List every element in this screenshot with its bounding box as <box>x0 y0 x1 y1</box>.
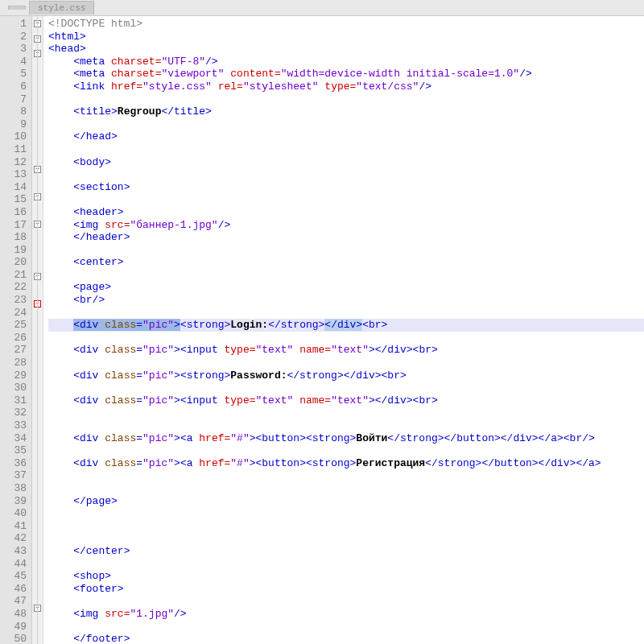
code-line[interactable] <box>48 520 644 533</box>
code-area[interactable]: <!DOCTYPE html><html><head> <meta charse… <box>43 16 644 644</box>
line-number[interactable]: 45 <box>0 570 31 583</box>
line-number[interactable]: 2 <box>0 31 31 43</box>
code-line[interactable]: <center> <box>48 256 644 269</box>
line-number[interactable]: 17 <box>0 219 31 232</box>
line-number[interactable]: 29 <box>0 369 31 382</box>
line-number[interactable]: 21 <box>0 269 31 282</box>
code-line[interactable]: <meta charset="viewport" content="width=… <box>48 68 644 80</box>
code-line[interactable]: <!DOCTYPE html> <box>48 18 644 31</box>
line-number[interactable]: 31 <box>0 394 31 407</box>
code-line[interactable] <box>48 444 644 457</box>
code-line[interactable] <box>48 269 644 282</box>
code-line[interactable] <box>48 357 644 369</box>
code-line[interactable] <box>48 193 644 206</box>
line-number[interactable]: 6 <box>0 80 31 93</box>
code-line[interactable]: <div class="pic"><input type="text" name… <box>48 394 644 407</box>
line-number[interactable]: 3 <box>0 43 31 56</box>
line-number[interactable]: 20 <box>0 256 31 269</box>
code-line[interactable] <box>48 621 644 634</box>
code-line[interactable] <box>48 382 644 394</box>
line-number[interactable]: 26 <box>0 332 31 345</box>
code-line[interactable]: <body> <box>48 156 644 169</box>
code-line[interactable] <box>48 469 644 482</box>
code-line[interactable] <box>48 419 644 432</box>
line-number[interactable]: 32 <box>0 407 31 419</box>
line-number[interactable]: 16 <box>0 206 31 219</box>
line-number[interactable]: 37 <box>0 469 31 482</box>
line-number[interactable]: 5 <box>0 68 31 80</box>
code-line[interactable] <box>48 168 644 181</box>
code-line[interactable]: <link href="style.css" rel="stylesheet" … <box>48 80 644 93</box>
code-line[interactable]: <div class="pic"><a href="#"><button><st… <box>48 432 644 445</box>
code-line[interactable]: <html> <box>48 31 644 43</box>
line-number[interactable]: 22 <box>0 281 31 294</box>
line-number[interactable]: 28 <box>0 357 31 369</box>
code-line[interactable]: <div class="pic"><a href="#"><button><st… <box>48 457 644 470</box>
line-number[interactable]: 23 <box>0 294 31 307</box>
code-line[interactable] <box>48 118 644 131</box>
tab-1[interactable] <box>8 6 26 10</box>
line-number[interactable]: 18 <box>0 231 31 244</box>
line-number[interactable]: 41 <box>0 520 31 533</box>
line-number[interactable]: 13 <box>0 168 31 181</box>
line-number[interactable]: 46 <box>0 583 31 596</box>
line-number[interactable]: 40 <box>0 507 31 520</box>
line-number[interactable]: 24 <box>0 307 31 320</box>
code-line[interactable]: <shop> <box>48 570 644 583</box>
code-line[interactable] <box>48 332 644 345</box>
code-line[interactable] <box>48 407 644 419</box>
code-line[interactable]: <img src="1.jpg"/> <box>48 608 644 621</box>
code-line[interactable]: <header> <box>48 206 644 219</box>
line-number[interactable]: 14 <box>0 181 31 194</box>
line-number[interactable]: 30 <box>0 382 31 394</box>
code-line[interactable]: </header> <box>48 231 644 244</box>
code-line[interactable] <box>48 558 644 571</box>
line-number[interactable]: 43 <box>0 545 31 558</box>
code-line[interactable]: </head> <box>48 130 644 143</box>
code-line[interactable] <box>48 595 644 608</box>
line-number[interactable]: 9 <box>0 118 31 131</box>
code-line[interactable]: <head> <box>48 43 644 56</box>
code-line[interactable] <box>48 532 644 545</box>
code-line[interactable]: <page> <box>48 281 644 294</box>
line-number[interactable]: 36 <box>0 457 31 470</box>
code-line[interactable]: <div class="pic"><strong>Password:</stro… <box>48 369 644 382</box>
code-line[interactable]: <div class="pic"><input type="text" name… <box>48 344 644 357</box>
line-number[interactable]: 34 <box>0 432 31 445</box>
code-line[interactable]: <meta charset="UTF-8"/> <box>48 56 644 68</box>
line-number[interactable]: 48 <box>0 608 31 621</box>
line-number[interactable]: 35 <box>0 444 31 457</box>
code-line[interactable]: <title>Regroup</title> <box>48 105 644 118</box>
line-number[interactable]: 42 <box>0 532 31 545</box>
line-number-gutter[interactable]: 1234567891011121314151617181920212223242… <box>0 16 32 644</box>
fold-gutter[interactable] <box>32 16 43 644</box>
line-number[interactable]: 27 <box>0 344 31 357</box>
code-line[interactable] <box>48 244 644 257</box>
code-line[interactable]: <div class="pic"><strong>Login:</strong>… <box>48 319 644 332</box>
line-number[interactable]: 50 <box>0 633 31 644</box>
line-number[interactable]: 39 <box>0 495 31 508</box>
line-number[interactable]: 19 <box>0 244 31 257</box>
code-line[interactable]: </footer> <box>48 633 644 644</box>
code-line[interactable] <box>48 507 644 520</box>
code-line[interactable]: <section> <box>48 181 644 194</box>
code-line[interactable]: </center> <box>48 545 644 558</box>
line-number[interactable]: 25 <box>0 319 31 332</box>
line-number[interactable]: 7 <box>0 93 31 106</box>
line-number[interactable]: 8 <box>0 105 31 118</box>
code-line[interactable] <box>48 307 644 320</box>
line-number[interactable]: 11 <box>0 143 31 156</box>
line-number[interactable]: 1 <box>0 18 31 31</box>
tab-2[interactable]: style.css <box>29 1 94 14</box>
line-number[interactable]: 10 <box>0 130 31 143</box>
code-line[interactable]: <img src="баннер-1.jpg"/> <box>48 219 644 232</box>
code-line[interactable] <box>48 143 644 156</box>
code-line[interactable]: <br/> <box>48 294 644 307</box>
line-number[interactable]: 47 <box>0 595 31 608</box>
code-line[interactable] <box>48 482 644 495</box>
line-number[interactable]: 49 <box>0 621 31 634</box>
line-number[interactable]: 44 <box>0 558 31 571</box>
code-line[interactable]: </page> <box>48 495 644 508</box>
code-line[interactable] <box>48 93 644 106</box>
code-line[interactable]: <footer> <box>48 583 644 596</box>
